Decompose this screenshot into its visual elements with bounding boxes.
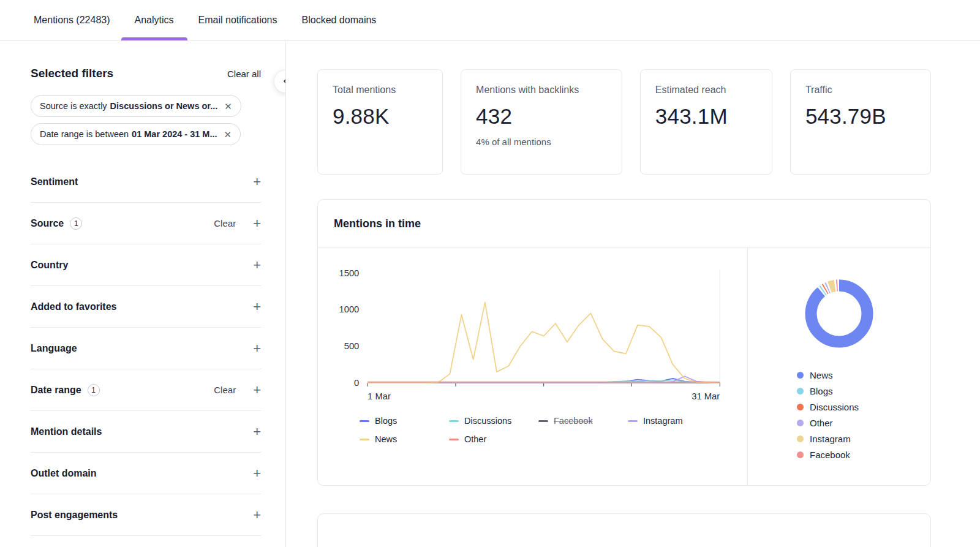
plus-icon[interactable]: + [253, 217, 261, 230]
filter-section-language[interactable]: Language + [31, 328, 261, 369]
stat-card-traffic: Traffic 543.79B [790, 69, 931, 175]
donut-legend-item-other[interactable]: Other [797, 418, 930, 428]
section-label: Source [31, 218, 64, 229]
legend-label: Other [810, 418, 833, 428]
donut-legend-item-blogs[interactable]: Blogs [797, 386, 930, 396]
section-label: Country [31, 260, 68, 271]
stat-cards-row: Total mentions 9.88K Mentions with backl… [317, 69, 931, 175]
legend-swatch [449, 439, 459, 440]
legend-dot [797, 420, 804, 426]
filter-section-mention-details[interactable]: Mention details + [31, 411, 261, 453]
donut-chart-svg [805, 279, 873, 348]
tab-analytics[interactable]: Analytics [135, 0, 174, 40]
svg-text:0: 0 [354, 378, 359, 388]
plus-icon[interactable]: + [253, 425, 261, 439]
section-label: Outlet domain [31, 468, 97, 479]
filter-section-country[interactable]: Country + [31, 244, 261, 286]
svg-text:500: 500 [344, 341, 360, 351]
legend-label: News [810, 370, 833, 380]
legend-item-news[interactable]: News [360, 434, 449, 444]
donut-legend-item-discussions[interactable]: Discussions [797, 402, 930, 412]
legend-label: Blogs [810, 386, 833, 396]
donut-legend: News Blogs Discussions Other [797, 370, 930, 460]
filter-section-sentiment[interactable]: Sentiment + [31, 161, 261, 203]
svg-text:1500: 1500 [339, 268, 359, 278]
plus-icon[interactable]: + [253, 175, 261, 189]
legend-item-other[interactable]: Other [449, 434, 538, 444]
donut-legend-item-instagram[interactable]: Instagram [797, 434, 930, 444]
analytics-main: Total mentions 9.88K Mentions with backl… [286, 41, 980, 547]
legend-label: Facebook [810, 450, 850, 460]
legend-label: Discussions [810, 402, 859, 412]
stat-subtext: 4% of all mentions [476, 137, 607, 147]
section-label: Mention details [31, 426, 102, 437]
stat-value: 543.79B [805, 104, 916, 129]
plus-icon[interactable]: + [253, 383, 261, 397]
chip-close-icon[interactable]: ✕ [224, 130, 232, 139]
legend-label: Facebook [554, 416, 593, 426]
filter-count-badge: 1 [88, 384, 100, 396]
stat-label: Total mentions [333, 85, 428, 96]
filter-section-date-range[interactable]: Date range 1 Clear + [31, 369, 261, 411]
section-label: Added to favorites [31, 301, 116, 312]
section-label: Date range [31, 385, 81, 396]
legend-dot [797, 388, 804, 394]
svg-text:31 Mar: 31 Mar [692, 391, 720, 401]
series-legend: Blogs Discussions Facebook Instagra [360, 416, 739, 444]
legend-dot [797, 404, 804, 410]
filter-section-outlet-domain[interactable]: Outlet domain + [31, 453, 261, 494]
legend-label: Blogs [375, 416, 397, 426]
top-tabbar: Mentions (22483) Analytics Email notific… [0, 0, 980, 41]
svg-text:1 Mar: 1 Mar [368, 391, 391, 401]
stat-card-total-mentions: Total mentions 9.88K [317, 69, 443, 175]
legend-item-blogs[interactable]: Blogs [360, 416, 449, 426]
stat-card-estimated-reach: Estimated reach 343.1M [640, 69, 772, 175]
plus-icon[interactable]: + [253, 300, 261, 314]
tab-email-notifications[interactable]: Email notifications [198, 0, 277, 40]
chip-close-icon[interactable]: ✕ [224, 102, 232, 111]
chip-text: Date range is between [40, 129, 129, 139]
filter-section-source[interactable]: Source 1 Clear + [31, 203, 261, 244]
section-clear-link[interactable]: Clear [214, 385, 236, 395]
clear-all-filters-link[interactable]: Clear all [227, 69, 261, 79]
chart-title: Mentions in time [334, 217, 916, 230]
section-label: Language [31, 343, 77, 354]
legend-dot [797, 451, 804, 458]
plus-icon[interactable]: + [253, 508, 261, 522]
filter-chip-source: Source is exactly Discussions or News or… [31, 95, 241, 117]
line-chart-svg: 0500100015001 Mar31 Mar [333, 265, 731, 405]
legend-label: Instagram [810, 434, 851, 444]
donut-legend-item-facebook[interactable]: Facebook [797, 450, 930, 460]
legend-item-facebook[interactable]: Facebook [538, 416, 628, 426]
chip-value: 01 Mar 2024 - 31 M... [132, 129, 217, 139]
legend-label: News [375, 434, 397, 444]
section-label: Post engagements [31, 510, 118, 521]
active-filter-chips: Source is exactly Discussions or News or… [31, 95, 261, 145]
stat-value: 432 [476, 104, 607, 129]
legend-swatch [449, 420, 459, 422]
tab-mentions[interactable]: Mentions (22483) [34, 0, 110, 40]
tab-blocked-domains[interactable]: Blocked domains [302, 0, 377, 40]
donut-legend-item-news[interactable]: News [797, 370, 930, 380]
chip-text: Source is exactly [40, 101, 107, 111]
stat-card-mentions-with-backlinks: Mentions with backlinks 432 4% of all me… [461, 69, 622, 175]
legend-label: Other [464, 434, 486, 444]
plus-icon[interactable]: + [253, 258, 261, 272]
legend-swatch [360, 420, 369, 422]
mentions-in-time-card: Mentions in time 0500100015001 Mar31 Mar… [317, 199, 931, 486]
chip-value: Discussions or News or... [110, 101, 218, 111]
filter-section-post-engagements[interactable]: Post engagements + [31, 494, 261, 536]
filters-sidebar: ‹ Selected filters Clear all Source is e… [0, 41, 286, 547]
legend-item-discussions[interactable]: Discussions [449, 416, 538, 426]
stat-label: Estimated reach [655, 85, 757, 96]
filter-section-added-to-favorites[interactable]: Added to favorites + [31, 286, 261, 328]
legend-swatch [538, 420, 548, 422]
legend-item-instagram[interactable]: Instagram [628, 416, 717, 426]
section-clear-link[interactable]: Clear [214, 218, 236, 228]
plus-icon[interactable]: + [253, 342, 261, 355]
legend-dot [797, 372, 804, 379]
plus-icon[interactable]: + [253, 467, 261, 480]
collapse-sidebar-button[interactable]: ‹ [274, 70, 286, 93]
legend-swatch [360, 439, 369, 440]
stat-label: Mentions with backlinks [476, 85, 607, 96]
